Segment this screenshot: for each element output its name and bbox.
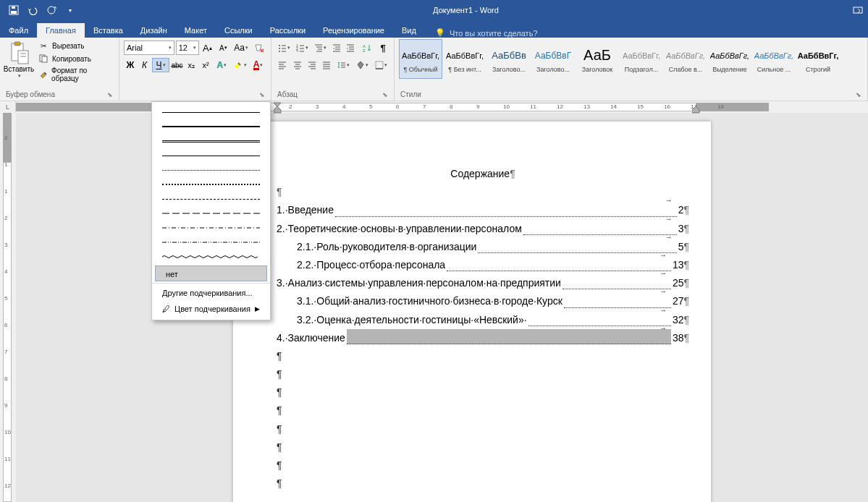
page-scroll-area[interactable]: Содержание¶ ¶ 1.·Введение→2¶2.·Теоретиче… [16, 113, 868, 502]
align-right-button[interactable] [306, 58, 319, 72]
redo-button[interactable] [43, 2, 59, 18]
brush-icon [38, 69, 48, 80]
subscript-button[interactable]: x₂ [185, 58, 198, 72]
ruler-horizontal-bar: L 21123456789101112131415161718 [0, 101, 868, 113]
undo-button[interactable] [25, 2, 41, 18]
paragraph-launcher[interactable]: ⬊ [382, 91, 388, 98]
underline-thick[interactable] [152, 119, 270, 134]
justify-button[interactable] [320, 58, 333, 72]
underline-dash-dot[interactable] [152, 221, 270, 235]
cut-button[interactable]: ✂Вырезать [36, 39, 114, 52]
tab-view[interactable]: Вид [393, 23, 425, 38]
font-launcher[interactable]: ⬊ [259, 91, 265, 98]
show-hide-button[interactable]: ¶ [376, 41, 389, 55]
tab-file[interactable]: Файл [0, 23, 37, 38]
outdent-button[interactable] [330, 41, 343, 55]
svg-point-14 [279, 45, 280, 46]
shading-button[interactable]: ▾ [353, 58, 371, 72]
svg-rect-6 [14, 42, 20, 46]
underline-wavy[interactable] [152, 250, 270, 264]
tab-home[interactable]: Главная [37, 23, 85, 38]
indent-button[interactable] [345, 41, 358, 55]
multilevel-button[interactable]: ▾ [312, 41, 329, 55]
ribbon-options[interactable] [848, 0, 868, 20]
underline-dash-long[interactable] [152, 206, 270, 221]
style-8[interactable]: АаБбВвГг,Сильное ... [752, 39, 796, 79]
line-spacing-button[interactable]: ▾ [334, 58, 352, 72]
tab-insert[interactable]: Вставка [85, 23, 132, 38]
tab-references[interactable]: Ссылки [216, 23, 261, 38]
align-center-button[interactable] [290, 58, 303, 72]
document-body[interactable]: Содержание¶ ¶ 1.·Введение→2¶2.·Теоретиче… [277, 165, 689, 493]
ruler-vertical[interactable]: 2112345678910111213 [0, 113, 16, 502]
bullets-button[interactable]: ▾ [276, 41, 292, 55]
ruler-horizontal[interactable]: 21123456789101112131415161718 [16, 101, 868, 113]
highlight-button[interactable]: ▾ [232, 58, 248, 72]
paste-button[interactable]: Вставить ▾ [4, 39, 33, 90]
tab-selector[interactable]: L [0, 101, 16, 113]
group-paragraph: ▾ 123▾ ▾ AZ ¶ ▾ ▾ ▾ Абзац⬊ [271, 38, 395, 101]
style-name: Выделение [710, 66, 749, 73]
toc-row: 4.·Заключение→38¶ [277, 329, 689, 347]
numbering-button[interactable]: 123▾ [294, 41, 311, 55]
style-2[interactable]: АаБбВвЗаголово... [487, 39, 531, 79]
chevron-down-icon: ▾ [260, 62, 263, 68]
underline-color[interactable]: 🖊Цвет подчеркивания ▶ [152, 301, 270, 317]
svg-rect-7 [18, 51, 28, 64]
chevron-down-icon: ▾ [306, 45, 308, 51]
style-0[interactable]: АаБбВвГг,¶ Обычный [399, 39, 442, 79]
style-5[interactable]: АаБбВвГг,Подзагол... [620, 39, 663, 79]
font-color-button[interactable]: A▾ [250, 58, 266, 72]
clipboard-launcher[interactable]: ⬊ [107, 91, 113, 98]
page: Содержание¶ ¶ 1.·Введение→2¶2.·Теоретиче… [233, 122, 711, 502]
strike-button[interactable]: abc [171, 58, 184, 72]
underline-dotted[interactable] [152, 163, 270, 177]
styles-launcher[interactable]: ⬊ [856, 91, 861, 98]
copy-button[interactable]: Копировать [36, 52, 114, 65]
tab-review[interactable]: Рецензирование [314, 23, 393, 38]
underline-none[interactable]: нет [155, 265, 267, 281]
style-9[interactable]: АаБбВвГг,Строгий [796, 39, 840, 79]
styles-group-label: Стили [400, 90, 421, 98]
borders-button[interactable]: ▾ [372, 58, 389, 72]
font-name-combo[interactable]: Arial▾ [124, 41, 174, 55]
tab-design[interactable]: Дизайн [132, 23, 176, 38]
style-1[interactable]: АаБбВвГг,¶ Без инт... [443, 39, 486, 79]
underline-double[interactable] [152, 134, 270, 148]
shrink-font-button[interactable]: A▾ [216, 41, 230, 55]
tell-me[interactable]: 💡 Что вы хотите сделать? [435, 28, 538, 38]
tab-mailings[interactable]: Рассылки [261, 23, 314, 38]
chevron-down-icon: ▾ [244, 62, 247, 68]
align-left-button[interactable] [276, 58, 289, 72]
qat-customize[interactable]: ▾ [62, 2, 78, 18]
superscript-button[interactable]: x² [199, 58, 212, 72]
chevron-down-icon: ▾ [384, 62, 387, 68]
italic-button[interactable]: К [138, 58, 151, 72]
bold-button[interactable]: Ж [124, 58, 137, 72]
style-name: Подзагол... [622, 66, 661, 73]
chevron-down-icon: ▾ [366, 62, 368, 68]
style-6[interactable]: АаБбВвГг,Слабое в... [664, 39, 707, 79]
style-7[interactable]: АаБбВвГг,Выделение [708, 39, 751, 79]
save-button[interactable] [6, 2, 22, 18]
grow-font-button[interactable]: A▴ [201, 41, 215, 55]
underline-heavy[interactable] [152, 148, 270, 163]
underline-dotted-heavy[interactable] [152, 177, 270, 192]
underline-dash-dot-dot[interactable] [152, 235, 270, 250]
underline-dash[interactable] [152, 192, 270, 206]
underline-more[interactable]: Другие подчеркивания... [152, 285, 270, 301]
text-effects-button[interactable]: A▾ [214, 58, 230, 72]
font-size-combo[interactable]: 12▾ [176, 41, 199, 55]
svg-rect-4 [854, 7, 862, 13]
underline-single[interactable] [152, 105, 270, 119]
toc-row: 3.2.·Оценка·деятельности·гостиницы·«Невс… [277, 311, 689, 329]
style-4[interactable]: АаБЗаголовок [576, 39, 619, 79]
style-3[interactable]: АаБбВвГЗаголово... [531, 39, 575, 79]
clear-format-button[interactable] [252, 41, 266, 55]
underline-button[interactable]: Ч▾ [152, 58, 169, 72]
format-painter-label: Формат по образцу [51, 67, 112, 82]
format-painter-button[interactable]: Формат по образцу [36, 65, 114, 84]
sort-button[interactable]: AZ [358, 41, 375, 55]
change-case-button[interactable]: Aa▾ [232, 41, 250, 55]
tab-layout[interactable]: Макет [176, 23, 216, 38]
